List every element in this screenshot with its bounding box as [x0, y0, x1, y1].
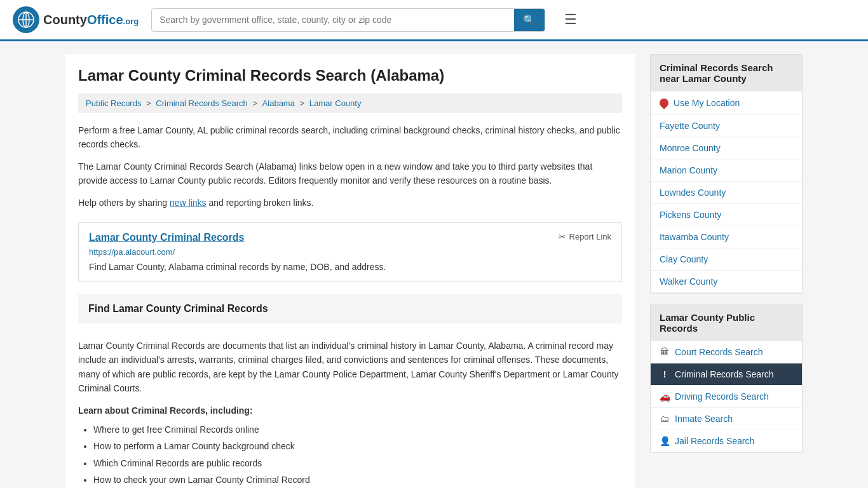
- breadcrumb-public-records[interactable]: Public Records: [86, 98, 141, 108]
- public-records-title: Lamar County Public Records: [651, 304, 802, 341]
- jail-icon: 👤: [660, 436, 670, 446]
- sidebar-county-clay[interactable]: Clay County: [651, 248, 802, 271]
- main-content: Lamar County Criminal Records Search (Al…: [65, 54, 635, 488]
- sidebar: Criminal Records Search near Lamar Count…: [650, 54, 803, 488]
- learn-item-3: Which Criminal Records are public record…: [93, 456, 622, 470]
- sidebar-county-pickens[interactable]: Pickens County: [651, 204, 802, 226]
- search-input[interactable]: [152, 10, 514, 30]
- new-links[interactable]: new links: [170, 198, 207, 208]
- location-icon: [658, 97, 670, 109]
- record-url[interactable]: https://pa.alacourt.com/: [89, 247, 611, 257]
- sidebar-county-monroe[interactable]: Monroe County: [651, 137, 802, 159]
- sidebar-county-fayette[interactable]: Fayette County: [651, 115, 802, 137]
- breadcrumb-lamar-county[interactable]: Lamar County: [309, 98, 362, 108]
- intro-text-1: Perform a free Lamar County, AL public c…: [78, 123, 622, 152]
- use-my-location[interactable]: Use My Location: [651, 92, 802, 115]
- search-bar[interactable]: 🔍: [151, 8, 545, 32]
- sidebar-inmate-search[interactable]: 🗂 Inmate Search: [651, 408, 802, 430]
- record-card: Lamar County Criminal Records ✂ Report L…: [78, 222, 622, 281]
- learn-item-2: How to perform a Lamar County background…: [93, 439, 622, 453]
- breadcrumb: Public Records > Criminal Records Search…: [78, 93, 622, 113]
- breadcrumb-alabama[interactable]: Alabama: [262, 98, 295, 108]
- public-records-card: Lamar County Public Records 🏛 Court Reco…: [650, 304, 803, 453]
- site-header: CountyOffice.org 🔍 ☰: [0, 0, 868, 41]
- nearby-title: Criminal Records Search near Lamar Count…: [651, 55, 802, 92]
- page-wrapper: Lamar County Criminal Records Search (Al…: [53, 41, 815, 488]
- learn-list: Where to get free Criminal Records onlin…: [78, 423, 622, 488]
- intro-text-2: The Lamar County Criminal Records Search…: [78, 159, 622, 188]
- sidebar-county-walker[interactable]: Walker County: [651, 271, 802, 293]
- nearby-card: Criminal Records Search near Lamar Count…: [650, 54, 803, 294]
- find-section-title: Find Lamar County Criminal Records: [88, 303, 612, 315]
- hamburger-menu[interactable]: ☰: [564, 11, 577, 28]
- logo-text: CountyOffice.org: [43, 13, 139, 27]
- find-section-box: Find Lamar County Criminal Records: [78, 294, 622, 323]
- sidebar-criminal-records[interactable]: ! Criminal Records Search: [651, 363, 802, 386]
- logo-icon: [13, 6, 39, 33]
- record-card-header: Lamar County Criminal Records ✂ Report L…: [89, 232, 611, 243]
- report-icon: ✂: [559, 232, 566, 241]
- find-section-p1: Lamar County Criminal Records are docume…: [78, 339, 622, 396]
- sidebar-county-itawamba[interactable]: Itawamba County: [651, 226, 802, 248]
- learn-heading: Learn about Criminal Records, including:: [78, 403, 622, 417]
- learn-item-4: How to check your own Lamar County Crimi…: [93, 473, 622, 487]
- find-section-body: Lamar County Criminal Records are docume…: [78, 331, 622, 488]
- breadcrumb-criminal-records[interactable]: Criminal Records Search: [156, 98, 248, 108]
- criminal-icon: !: [660, 369, 670, 379]
- intro-text-3: Help others by sharing new links and rep…: [78, 196, 622, 210]
- driving-icon: 🚗: [660, 391, 670, 402]
- record-title[interactable]: Lamar County Criminal Records: [89, 232, 245, 243]
- sidebar-driving-records[interactable]: 🚗 Driving Records Search: [651, 386, 802, 408]
- court-icon: 🏛: [660, 347, 670, 357]
- record-desc: Find Lamar County, Alabama criminal reco…: [89, 262, 611, 272]
- search-button[interactable]: 🔍: [514, 9, 545, 31]
- sidebar-county-marion[interactable]: Marion County: [651, 159, 802, 182]
- sidebar-jail-records[interactable]: 👤 Jail Records Search: [651, 430, 802, 452]
- sidebar-county-lowndes[interactable]: Lowndes County: [651, 182, 802, 204]
- inmate-icon: 🗂: [660, 414, 670, 424]
- sidebar-court-records[interactable]: 🏛 Court Records Search: [651, 341, 802, 363]
- report-link[interactable]: ✂ Report Link: [559, 232, 611, 241]
- site-logo[interactable]: CountyOffice.org: [13, 6, 139, 33]
- learn-item-1: Where to get free Criminal Records onlin…: [93, 423, 622, 437]
- page-title: Lamar County Criminal Records Search (Al…: [78, 67, 622, 85]
